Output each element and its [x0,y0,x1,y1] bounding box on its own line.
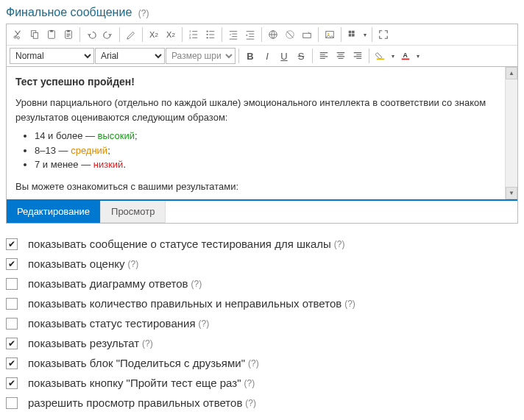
svg-rect-5 [50,30,53,32]
option-checkbox[interactable] [6,238,18,250]
option-help-icon[interactable]: (?) [244,378,255,388]
anchor-icon[interactable] [299,26,315,43]
option-help-icon[interactable]: (?) [191,279,202,289]
svg-rect-23 [377,59,385,60]
editor-scrollbar[interactable]: ▲ ▼ [505,67,517,199]
option-help-icon[interactable]: (?) [245,398,256,408]
level-range: 8–13 — [35,145,71,156]
strike-button[interactable]: S [293,48,309,64]
level-range: 7 и менее — [35,159,93,170]
option-checkbox[interactable] [6,278,18,290]
editor-tabs: Редактирование Просмотр [7,201,517,223]
option-checkbox[interactable] [6,397,18,409]
editor-content-wrap: Тест успешно пройден! Уровни парциальног… [7,67,517,201]
scroll-up-icon[interactable]: ▲ [506,67,517,79]
svg-rect-20 [352,31,355,34]
option-label: показывать сообщение о статусе тестирова… [28,238,331,250]
unordered-list-icon[interactable] [202,26,219,43]
section-help-icon[interactable]: (?) [138,8,149,18]
option-checkbox[interactable] [6,318,18,330]
option-label: показывать блок "Поделиться с друзьями" [28,357,245,369]
option-checkbox[interactable] [6,377,18,389]
svg-text:A: A [403,51,408,59]
bold-button[interactable]: B [242,48,258,64]
option-checkbox[interactable] [6,338,18,349]
level-label: высокий [98,130,135,141]
option-checkbox[interactable] [6,298,18,310]
ordered-list-icon[interactable]: 123 [185,26,202,43]
option-checkbox[interactable] [6,357,18,369]
option-label: показывать результат [28,337,139,349]
font-select[interactable]: Arial [95,48,165,64]
scroll-down-icon[interactable]: ▼ [506,187,517,199]
toolbar-separator [79,27,80,42]
option-help-icon[interactable]: (?) [142,338,153,349]
option-checkbox[interactable] [6,258,18,270]
image-icon[interactable] [322,26,338,43]
option-help-icon[interactable]: (?) [334,239,345,249]
option-label: показывать оценку [28,257,124,270]
option-row: показывать кнопку "Пройти тест еще раз" … [6,373,518,393]
unlink-icon[interactable] [282,26,298,43]
option-help-icon[interactable]: (?) [248,358,259,369]
option-help-icon[interactable]: (?) [199,318,210,329]
svg-point-12 [207,34,208,35]
toolbar-separator [182,27,183,42]
tab-edit[interactable]: Редактирование [7,201,101,223]
bg-color-dropdown-icon[interactable]: ▾ [389,48,397,64]
scroll-track[interactable] [506,79,517,187]
align-right-icon[interactable] [350,48,366,64]
remove-format-icon[interactable] [123,26,139,43]
options-list: показывать сообщение о статусе тестирова… [6,234,518,413]
bg-color-icon[interactable] [372,48,389,64]
svg-rect-16 [303,33,311,38]
link-icon[interactable] [265,26,281,43]
table-dropdown-icon[interactable]: ▾ [361,26,369,43]
svg-point-1 [17,37,19,39]
level-label: низкий [93,159,124,170]
svg-rect-3 [33,32,38,38]
option-label: показывать статус тестирования [28,317,196,330]
content-heading: Тест успешно пройден! [15,74,496,90]
redo-icon[interactable] [100,26,116,43]
editor-content[interactable]: Тест успешно пройден! Уровни парциальног… [7,67,505,199]
option-label: показывать диаграмму ответов [28,277,188,290]
content-levels-list: 14 и более — высокий;8–13 — средний;7 и … [15,129,496,172]
maximize-icon[interactable] [375,26,392,43]
svg-rect-21 [349,34,352,37]
level-item: 14 и более — высокий; [35,129,496,143]
option-help-icon[interactable]: (?) [127,259,138,269]
level-suffix: . [123,159,126,170]
undo-icon[interactable] [83,26,99,43]
toolbar-separator [238,49,239,63]
option-help-icon[interactable]: (?) [344,299,355,309]
option-label: показывать количество правильных и непра… [28,297,341,310]
section-header: Финальное сообщение (?) [6,6,518,19]
text-color-icon[interactable]: A [397,48,414,64]
option-row: показывать результат (?) [6,333,518,353]
toolbar-separator [142,27,143,42]
indent-icon[interactable] [242,26,258,43]
option-row: разрешить просмотр правильных ответов (?… [6,393,518,413]
format-select[interactable]: Normal [10,48,94,64]
italic-button[interactable]: I [259,48,275,64]
tab-view[interactable]: Просмотр [101,201,166,223]
align-center-icon[interactable] [333,48,349,64]
font-size-select[interactable]: Размер шриф [166,48,236,64]
cut-icon[interactable] [10,26,26,43]
copy-icon[interactable] [26,26,43,43]
text-color-dropdown-icon[interactable]: ▾ [414,48,422,64]
table-icon[interactable] [344,26,361,43]
superscript-icon[interactable]: X2 [146,26,162,43]
paste-icon[interactable] [43,26,60,43]
svg-rect-22 [352,34,355,37]
underline-button[interactable]: U [276,48,292,64]
paste-text-icon[interactable] [60,26,77,43]
outdent-icon[interactable] [225,26,241,43]
option-label: разрешить просмотр правильных ответов [28,396,242,409]
toolbar-separator [119,27,120,42]
align-left-icon[interactable] [316,48,332,64]
toolbar-separator [369,49,369,63]
svg-point-11 [207,31,208,32]
subscript-icon[interactable]: X2 [163,26,179,43]
